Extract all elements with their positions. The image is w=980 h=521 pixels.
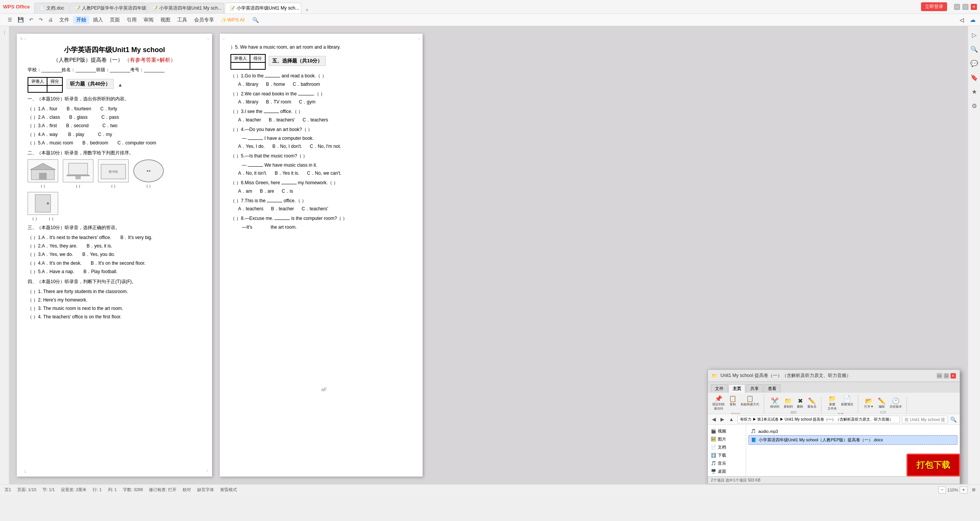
save-cloud-icon[interactable]: ☁ [969,16,977,24]
fm-new-item-btn[interactable]: 📄 新建项目 [840,394,855,411]
fm-copy-btn[interactable]: 📋 复制 [727,394,738,411]
tab-unit1-2[interactable]: 📝 小学英语四年级Unit1 My sch... ✕ [225,3,301,13]
left-sidebar-handle[interactable]: ⋮ [2,30,7,35]
sidebar-expand-icon[interactable]: ▷ [970,30,978,40]
fm-search-btn[interactable]: 🔍 [950,416,957,423]
title-bar: WPS Office 📄 文档.doc 📝 人教PEP版学年小学英语四年级下册.… [0,0,980,14]
tab-unit1-1[interactable]: 📝 小学英语四年级Unit1 My sch... ✕ [147,3,224,13]
section-collapse-btn[interactable]: ▲ [118,82,122,88]
fm-rename-btn[interactable]: ✏️ 重命名 [806,396,818,410]
calibrate-btn[interactable]: 校对 [183,487,191,493]
fm-forward-btn[interactable]: ▶ [719,416,725,422]
tabs-area: 📄 文档.doc 📝 人教PEP版学年小学英语四年级下册... ✕ 📝 小学英语… [34,0,921,13]
fm-sidebar-pictures[interactable]: 🖼️ 图片 [709,435,744,443]
q3-s4: （ ）3. The music room is next to the art … [28,305,201,312]
tab-pep-sheet[interactable]: 📝 人教PEP版学年小学英语四年级下册... ✕ [70,3,147,13]
fm-history-btn[interactable]: 🕐 历史版本 [888,396,903,410]
sidebar-comment-icon[interactable]: 💬 [969,58,980,69]
fm-paste-shortcut-btn[interactable]: 📋 粘贴快捷方式 [739,394,761,411]
fm-sidebar-music[interactable]: 🎵 音乐 [709,459,744,467]
menu-reference[interactable]: 引用 [124,16,140,24]
menu-member[interactable]: 会员专享 [191,16,217,24]
corner-mark-tr: ¬ [207,37,209,41]
maximize-button[interactable]: □ [962,4,969,10]
fm-group-open: 📂 打开▼ ✏️ 编辑 🕐 历史版本 打开 [863,396,907,415]
close-button[interactable]: ✕ [971,4,977,10]
fm-close-btn[interactable]: ✕ [951,373,956,378]
undo-icon[interactable]: ↶ [28,16,35,23]
delete-icon: ✖ [798,397,803,405]
q5-s3: （ ）5.A．Have a nap. B．Play football. [28,268,201,275]
img-door [28,192,58,215]
mode-status: 黄昏模式 [220,487,237,493]
fm-pin-btn[interactable]: 📌 固定到快速访问 [711,394,726,411]
fm-open-btn[interactable]: 📂 打开▼ [863,396,875,410]
minimize-button[interactable]: — [954,4,960,10]
fm-tab-share[interactable]: 共享 [746,384,763,393]
fm-sidebar-downloads[interactable]: ⬇️ 下载 [709,451,744,459]
fm-sidebar-documents[interactable]: 📄 文档 [709,443,744,451]
zoom-in-btn[interactable]: ＋ [960,487,967,493]
fm-group-organize: ✂️ 移动到 📁 复制到 ✖ 删除 ✏️ 重命 [769,396,822,415]
redo-icon[interactable]: ↷ [37,16,44,23]
open-label: 打开 [880,410,886,415]
right-q3-options: A．teacher B．teachers' C．teachers [238,117,412,123]
wps-ai-btn[interactable]: ✨ WPS AI [218,16,248,23]
menu-home[interactable]: 开始 [73,16,89,24]
fm-organize-btns: ✂️ 移动到 📁 复制到 ✖ 删除 ✏️ 重命 [769,396,818,410]
font-status: 缺页字体 [197,487,214,493]
q5-listening: ）5. We have a music room, an art room an… [230,43,412,51]
status-right: － 110% ＋ ⊞ [938,487,975,493]
fm-back-btn[interactable]: ◀ [711,416,717,422]
paste-icon: 📋 [746,395,754,402]
download-badge[interactable]: 打包下载 [906,454,960,477]
fm-minimize-btn[interactable]: — [937,373,942,378]
fm-new-btns: 📁 新建文件夹 📄 新建项目 [826,394,855,411]
fm-edit-btn[interactable]: ✏️ 编辑 [876,396,887,410]
sidebar-search-icon[interactable]: 🔍 [969,44,980,54]
register-button[interactable]: 立即登录 [921,2,947,11]
fm-tab-file[interactable]: 文件 [711,384,728,393]
svg-rect-3 [69,163,88,175]
fm-maximize-btn[interactable]: □ [944,373,949,378]
sidebar-settings-icon[interactable]: ⚙ [970,101,978,111]
fm-navigation-bar: ◀ ▶ ▲ 有听力 ▶ 第1单元试卷 ▶ Unit1 My school 提高卷… [708,414,960,425]
sidebar-star-icon[interactable]: ★ [970,87,978,97]
fm-search-input[interactable] [902,416,948,423]
fm-tab-view[interactable]: 查看 [764,384,781,393]
fm-delete-btn[interactable]: ✖ 删除 [795,396,805,410]
fm-up-btn[interactable]: ▲ [728,416,735,422]
menu-icon[interactable]: ☰ [6,16,14,23]
tab-document[interactable]: 📄 文档.doc [34,3,69,13]
menu-insert[interactable]: 插入 [90,16,106,24]
section3-instructions: 三、（本题10分）听录音，选择正确的答语。 [28,224,201,231]
fm-file-audio[interactable]: 🎵 audio.mp3 [748,427,957,435]
sidebar-bookmark-icon[interactable]: 🔖 [969,72,980,83]
zoom-out-btn[interactable]: － [938,487,946,493]
images-row-1: （ ） （ ） [28,159,201,189]
fm-copy-to-btn[interactable]: 📁 复制到 [782,396,794,410]
fm-file-docx[interactable]: 📘 小学英语四年级Unit1 My school（人教PEP版）提高卷（一）.d… [748,435,957,445]
menu-view[interactable]: 视图 [157,16,173,24]
menu-tools[interactable]: 工具 [174,16,190,24]
menu-page[interactable]: 页面 [107,16,123,24]
fm-move-btn[interactable]: ✂️ 移动到 [769,396,781,410]
right-q3: （ ）3.I see the office.（ ） [230,108,412,115]
fm-tab-home[interactable]: 主页 [728,384,745,393]
new-tab-btn[interactable]: ＋ [304,7,310,13]
fm-sidebar-desktop[interactable]: 🖥️ 桌面 [709,467,744,475]
fm-new-folder-btn[interactable]: 📁 新建文件夹 [826,394,838,411]
fm-sidebar-video[interactable]: 🎬 视频 [709,427,744,435]
fm-path-bar[interactable]: 有听力 ▶ 第1单元试卷 ▶ Unit1 My school 提高卷（一）（含解… [737,416,900,423]
menu-review[interactable]: 审阅 [140,16,157,24]
column-indicator: 列: 1 [108,487,117,493]
right-score-label-reviewer: 评卷人 [231,54,250,62]
search-icon[interactable]: 🔍 [251,16,260,24]
print-icon[interactable]: 🖨 [47,16,55,23]
menu-file[interactable]: 文件 [56,16,72,24]
section1-header-row: 评卷人 得分 听力题（共40分） ▲ [28,77,201,93]
view-mode-btns[interactable]: ⊞ [972,487,975,492]
minimize-sidebar-icon[interactable]: ◁ [958,16,965,24]
save-icon[interactable]: 💾 [16,16,25,23]
pictures-icon: 🖼️ [711,437,716,442]
